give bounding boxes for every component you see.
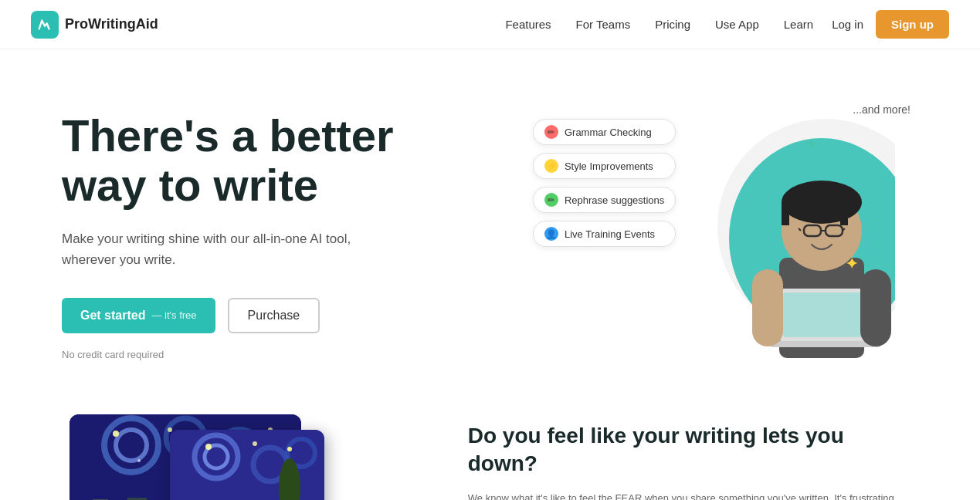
navbar: ProWritingAid Features For Teams Pricing… xyxy=(0,0,980,49)
svg-rect-6 xyxy=(840,202,848,225)
chip-rephrase: ✏ Rephrase suggestions xyxy=(533,187,676,213)
section2-text: Do you feel like your writing lets you d… xyxy=(468,407,918,500)
svg-point-42 xyxy=(287,447,292,451)
hero-left: There's a better way to write Make your … xyxy=(62,96,533,360)
nav-actions: Log in Sign up xyxy=(832,10,949,39)
chip-style: ⚡ Style Improvements xyxy=(533,153,676,179)
chip-training: 👤 Live Training Events xyxy=(533,221,676,247)
nav-use-app[interactable]: Use App xyxy=(715,18,759,31)
section2: My idea in my head Do you feel like your… xyxy=(0,391,980,500)
svg-point-40 xyxy=(205,444,212,450)
starry-night-card-front xyxy=(170,430,324,500)
nav-for-teams[interactable]: For Teams xyxy=(576,18,631,31)
logo-icon xyxy=(31,11,59,39)
chip-label-style: Style Improvements xyxy=(565,160,653,172)
svg-point-24 xyxy=(168,427,172,432)
signup-button[interactable]: Sign up xyxy=(876,10,949,39)
chip-label-grammar: Grammar Checking xyxy=(565,127,652,138)
chip-grammar: ✏ Grammar Checking xyxy=(533,119,676,145)
section2-body: We know what it's like to feel the FEAR … xyxy=(468,491,918,500)
svg-point-27 xyxy=(137,459,141,462)
get-started-button[interactable]: Get started — it's free xyxy=(62,298,215,333)
chip-icon-training: 👤 xyxy=(544,227,558,241)
logo[interactable]: ProWritingAid xyxy=(31,11,158,39)
svg-rect-5 xyxy=(782,202,789,225)
hero-title: There's a better way to write xyxy=(62,111,533,210)
svg-point-41 xyxy=(253,441,257,446)
nav-pricing[interactable]: Pricing xyxy=(655,18,690,31)
svg-point-23 xyxy=(113,431,119,437)
nav-learn[interactable]: Learn xyxy=(784,18,813,31)
hero-illustration: ...and more! ✦ ✏ Grammar Checking ⚡ Styl… xyxy=(533,96,918,358)
hero-subtitle: Make your writing shine with our all-in-… xyxy=(62,228,386,270)
hero-right: ...and more! ✦ ✏ Grammar Checking ⚡ Styl… xyxy=(533,96,918,358)
purchase-button[interactable]: Purchase xyxy=(228,298,320,333)
no-card-text: No credit card required xyxy=(62,349,533,360)
svg-point-4 xyxy=(782,181,862,224)
svg-rect-15 xyxy=(752,269,783,346)
section2-images: My idea in my head xyxy=(62,407,422,500)
chip-icon-grammar: ✏ xyxy=(544,125,558,139)
person-figure: ✦ xyxy=(679,96,895,358)
chip-label-training: Live Training Events xyxy=(565,228,655,240)
chip-icon-rephrase: ✏ xyxy=(544,193,558,207)
logo-text: ProWritingAid xyxy=(65,16,158,32)
section2-title: Do you feel like your writing lets you d… xyxy=(468,422,918,478)
svg-rect-13 xyxy=(783,292,868,337)
login-button[interactable]: Log in xyxy=(832,18,863,31)
svg-text:✦: ✦ xyxy=(845,254,859,273)
svg-rect-14 xyxy=(770,341,881,347)
nav-features[interactable]: Features xyxy=(505,18,551,31)
feature-chips: ✏ Grammar Checking ⚡ Style Improvements … xyxy=(533,119,676,247)
nav-links: Features For Teams Pricing Use App Learn xyxy=(505,18,813,31)
chip-icon-style: ⚡ xyxy=(544,159,558,173)
svg-rect-16 xyxy=(860,269,891,346)
chip-label-rephrase: Rephrase suggestions xyxy=(565,194,664,206)
hero-buttons: Get started — it's free Purchase xyxy=(62,298,533,333)
free-tag: — it's free xyxy=(151,309,196,321)
hero-section: There's a better way to write Make your … xyxy=(0,49,980,391)
